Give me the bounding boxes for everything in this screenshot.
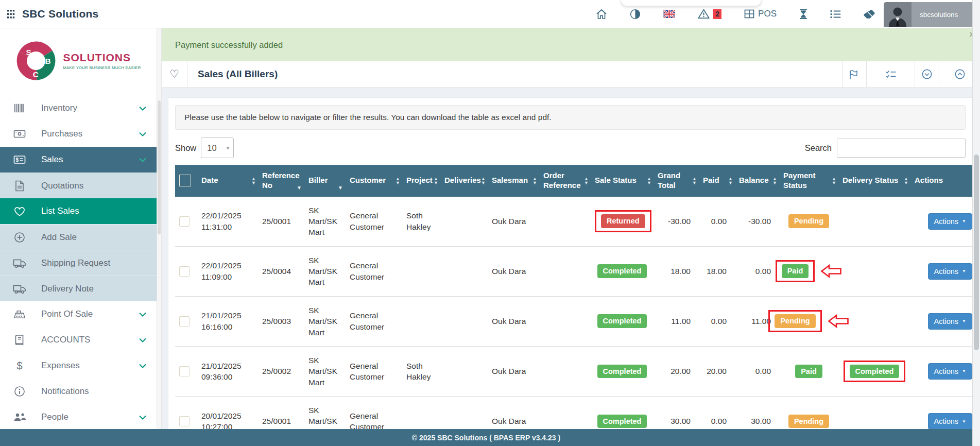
logo-tagline: MAKE YOUR BUSINESS MUCH EASIER (63, 65, 141, 70)
warning-icon[interactable]: 2 (698, 9, 721, 19)
sidebar: S B C SOLUTIONS MAKE YOUR BUSINESS MUCH … (0, 28, 157, 446)
row-select-cell (175, 197, 197, 247)
actions-button[interactable]: Actions▼ (928, 263, 972, 280)
pos-button[interactable]: POS (744, 9, 777, 19)
actions-button[interactable]: Actions▼ (928, 213, 972, 230)
svg-text:B: B (45, 57, 51, 65)
balance-cell: -30.00 (735, 197, 779, 247)
truck-icon (12, 258, 27, 268)
sidebar-item-accounts[interactable]: ACCOUNTS (0, 327, 157, 353)
sidebar-item-notifications[interactable]: Notifications (0, 379, 157, 404)
column-header-payment-status[interactable]: Payment Status▲▼ (779, 165, 838, 197)
balance-cell: 0.00 (735, 246, 779, 296)
sidebar-item-inventory[interactable]: Inventory (0, 95, 157, 121)
truck-icon (12, 284, 27, 294)
actions-button[interactable]: Actions▼ (928, 313, 972, 330)
column-header-biller[interactable]: Biller▼ (304, 165, 346, 197)
caret-down-icon: ▾ (227, 145, 230, 151)
sidebar-item-add-sale[interactable]: Add Sale (0, 224, 157, 250)
select-all-checkbox[interactable] (179, 175, 191, 186)
contrast-icon[interactable] (630, 9, 641, 20)
row-checkbox[interactable] (179, 416, 190, 426)
salesman-cell: Ouk Dara (488, 346, 539, 396)
sort-icon: ▲▼ (396, 177, 400, 185)
balance-cell: 0.00 (735, 346, 779, 396)
column-header-balance[interactable]: Balance▲▼ (735, 165, 779, 197)
success-message: Payment successfully added (175, 40, 283, 50)
customer-cell: General Customer (346, 346, 402, 396)
sort-icon: ▲▼ (647, 177, 651, 185)
sort-icon: ▲▼ (481, 177, 486, 185)
page-scrollbar-thumb[interactable] (974, 155, 979, 350)
page-size-select[interactable]: 10 ▾ (201, 138, 234, 158)
page-title: Sales (All Billers) (187, 61, 278, 87)
checklist-icon[interactable] (866, 61, 915, 87)
show-label: Show (175, 143, 196, 153)
search-label: Search (805, 143, 832, 153)
delivery-status-badge: Completed (850, 365, 900, 379)
column-header-grand-total[interactable]: Grand Total▲▼ (654, 165, 699, 197)
chevron-down-icon (139, 132, 146, 136)
alert-count-badge: 2 (713, 9, 721, 19)
sidebar-scrollbar[interactable] (157, 28, 162, 446)
payment-status-cell: Pending (779, 197, 838, 247)
payment-status-badge: Pending (775, 314, 815, 328)
sidebar-item-quotations[interactable]: Quotations (0, 173, 157, 198)
column-header-paid[interactable]: Paid▲▼ (699, 165, 735, 197)
sidebar-item-expenses[interactable]: $ Expenses (0, 353, 157, 379)
sidebar-item-point-of-sale[interactable]: Point Of Sale (0, 301, 157, 327)
brand-title: SBC Solutions (22, 8, 98, 20)
row-checkbox[interactable] (179, 366, 190, 376)
sidebar-item-list-sales[interactable]: List Sales (0, 198, 157, 224)
svg-text:C: C (33, 70, 39, 79)
column-header-delivery-status[interactable]: Delivery Status▲▼ (838, 165, 910, 197)
sort-icon: ▲▼ (772, 177, 777, 185)
row-checkbox[interactable] (179, 216, 190, 227)
favorite-heart-icon[interactable]: ♡ (162, 61, 187, 87)
actions-cell: Actions▼ (910, 246, 973, 296)
order-reference-cell (539, 296, 591, 346)
project-cell: Soth Hakley (402, 346, 440, 396)
user-menu[interactable]: sbcsolutions (884, 2, 972, 27)
sidebar-item-people[interactable]: People (0, 404, 157, 430)
main-content: Payment successfully added × ♡ Sales (Al… (162, 28, 980, 446)
actions-cell: Actions▼ (910, 197, 973, 247)
hourglass-icon[interactable] (799, 9, 807, 20)
uk-flag-icon[interactable] (663, 10, 675, 18)
column-header-order-reference[interactable]: Order Reference▲▼ (539, 165, 591, 197)
flag-icon[interactable] (842, 61, 866, 87)
sidebar-item-sales[interactable]: $ Sales (0, 147, 157, 173)
list-icon[interactable] (830, 10, 841, 19)
deliveries-cell (440, 346, 488, 396)
sidebar-item-purchases[interactable]: Purchases (0, 121, 157, 147)
page-scrollbar[interactable] (972, 0, 980, 446)
home-icon[interactable] (596, 9, 607, 20)
title-bar: ♡ Sales (All Billers) (162, 61, 980, 88)
row-checkbox[interactable] (179, 266, 190, 277)
sidebar-scrollbar-thumb[interactable] (158, 100, 161, 234)
column-header-salesman[interactable]: Salesman▲▼ (488, 165, 539, 197)
info-circle-icon (12, 386, 27, 397)
actions-button[interactable]: Actions▼ (928, 363, 972, 380)
column-header-sale-status[interactable]: Sale Status▲▼ (591, 165, 654, 197)
column-header-project[interactable]: Project▲▼ (402, 165, 440, 197)
app-brand[interactable]: SBC Solutions (7, 8, 98, 20)
date-cell: 21/01/202509:36:00 (197, 346, 258, 396)
annotation-box: Paid (776, 260, 815, 282)
row-select-cell (175, 246, 197, 296)
search-input[interactable] (837, 139, 966, 158)
chevron-down-circle-icon[interactable] (915, 61, 939, 87)
column-header-deliveries[interactable]: Deliveries▲▼ (440, 165, 488, 197)
sidebar-item-shipping-request[interactable]: Shipping Request (0, 250, 157, 276)
column-header-customer[interactable]: Customer▲▼ (346, 165, 402, 197)
column-header-date[interactable]: Date▲▼ (197, 165, 258, 197)
paid-cell: 0.00 (699, 296, 735, 346)
paid-cell: 18.00 (699, 246, 735, 296)
annotation-arrow-icon (820, 264, 842, 278)
actions-button[interactable]: Actions▼ (928, 413, 972, 430)
sidebar-item-delivery-note[interactable]: Delivery Note (0, 276, 157, 301)
column-header-reference-no[interactable]: Reference No▼ (258, 165, 304, 197)
row-checkbox[interactable] (179, 316, 190, 327)
eraser-icon[interactable] (864, 9, 875, 19)
grid-dots-icon (7, 10, 18, 19)
